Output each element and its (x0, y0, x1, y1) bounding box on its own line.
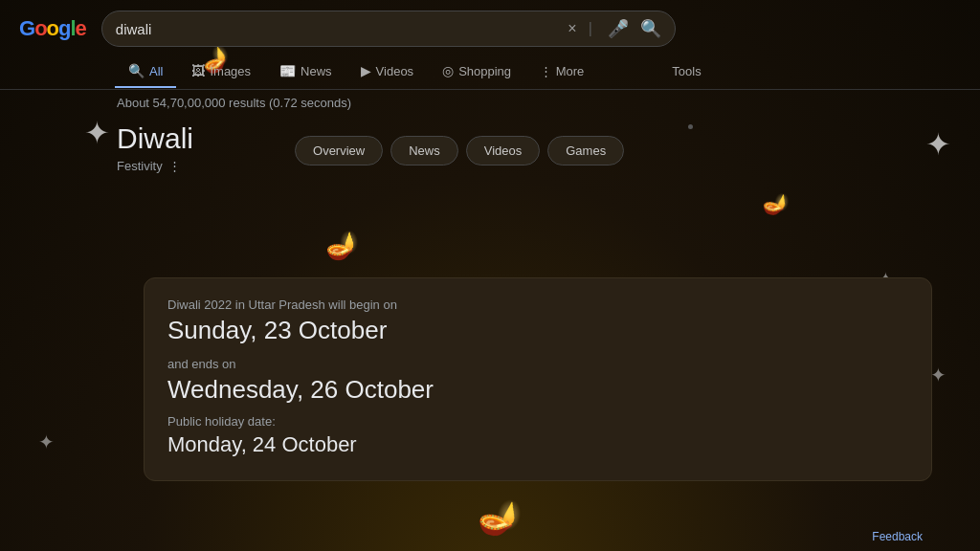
end-label: and ends on (167, 357, 908, 371)
begin-date: Sunday, 23 October (167, 316, 908, 345)
tab-news[interactable]: 📰 News (266, 55, 345, 88)
all-icon: 🔍 (128, 63, 145, 78)
entity-tabs: Overview News Videos Games (295, 136, 624, 165)
tab-more[interactable]: ⋮ More (526, 56, 597, 88)
tab-videos-label: Videos (376, 64, 414, 78)
search-submit-icon[interactable]: 🔍 (640, 18, 661, 39)
tab-videos[interactable]: ▶ Videos (347, 55, 428, 88)
voice-search-icon[interactable]: 🎤 (608, 18, 629, 39)
feedback-link[interactable]: Feedback (872, 530, 923, 543)
entity-tab-news[interactable]: News (390, 136, 458, 165)
search-input[interactable]: diwali (116, 21, 561, 37)
news-icon: 📰 (279, 63, 296, 78)
tab-all[interactable]: 🔍 All (115, 55, 176, 88)
tab-more-label: ⋮ More (540, 64, 584, 78)
tab-images[interactable]: 🖼 Images (178, 55, 264, 88)
tab-shopping-label: Shopping (458, 64, 511, 78)
clear-button[interactable]: × (568, 20, 576, 37)
holiday-date: Monday, 24 October (167, 432, 908, 457)
entity-tab-games[interactable]: Games (547, 136, 624, 165)
entity-title: Diwali (117, 122, 193, 155)
search-bar[interactable]: diwali × | 🎤 🔍 (101, 11, 676, 47)
holiday-label: Public holiday date: (167, 414, 908, 429)
tab-images-label: Images (210, 64, 251, 78)
end-date: Wednesday, 26 October (167, 375, 908, 405)
knowledge-panel: Diwali Festivity ⋮ Overview News Videos … (117, 122, 951, 173)
nav-tabs: 🔍 All 🖼 Images 📰 News ▶ Videos ◎ Shoppin… (115, 55, 715, 88)
tab-news-label: News (301, 64, 332, 78)
tab-shopping[interactable]: ◎ Shopping (429, 55, 524, 88)
tab-tools-label: Tools (672, 64, 701, 78)
entity-tab-videos[interactable]: Videos (466, 136, 541, 165)
tab-tools[interactable]: Tools (658, 56, 714, 88)
info-card: Diwali 2022 in Uttar Pradesh will begin … (144, 277, 932, 481)
tab-all-label: All (149, 64, 163, 78)
shopping-icon: ◎ (442, 63, 454, 78)
begin-label: Diwali 2022 in Uttar Pradesh will begin … (167, 298, 908, 312)
images-icon: 🖼 (191, 63, 205, 78)
entity-subtitle: Festivity ⋮ (117, 159, 193, 173)
videos-icon: ▶ (361, 63, 371, 78)
google-logo: Google (19, 16, 86, 41)
results-count: About 54,70,00,000 results (0.72 seconds… (117, 96, 351, 110)
entity-tab-overview[interactable]: Overview (295, 136, 383, 165)
